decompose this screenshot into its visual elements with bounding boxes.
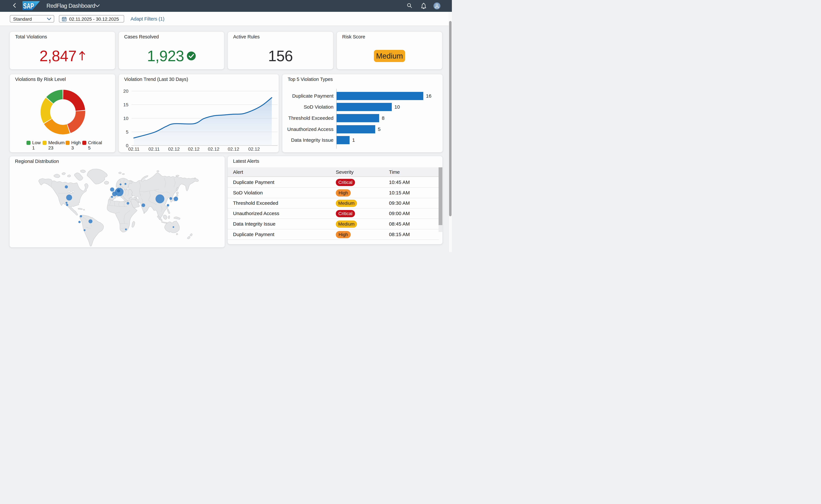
svg-text:SoD Violation: SoD Violation	[304, 104, 334, 110]
svg-text:Medium: Medium	[48, 140, 65, 145]
svg-text:SAP: SAP	[23, 1, 34, 10]
svg-text:0: 0	[126, 143, 128, 148]
svg-text:02.12: 02.12	[208, 147, 220, 152]
svg-text:8: 8	[382, 115, 385, 121]
svg-text:02.12: 02.12	[228, 147, 239, 152]
svg-text:Threshold Exceeded: Threshold Exceeded	[288, 115, 334, 121]
svg-text:23: 23	[48, 145, 53, 150]
svg-text:High: High	[71, 140, 81, 145]
svg-text:02.11: 02.11	[128, 147, 139, 152]
svg-text:02.12: 02.12	[188, 147, 199, 152]
svg-text:02.12: 02.12	[168, 147, 179, 152]
svg-text:20: 20	[123, 89, 128, 94]
svg-text:02.11: 02.11	[148, 147, 159, 152]
svg-text:02.12: 02.12	[248, 147, 260, 152]
svg-text:1: 1	[32, 145, 35, 150]
svg-text:5: 5	[378, 126, 381, 132]
svg-text:Low: Low	[32, 140, 41, 145]
svg-text:3: 3	[71, 145, 74, 150]
svg-text:Data Integrity Issue: Data Integrity Issue	[291, 137, 334, 143]
svg-text:1: 1	[352, 137, 355, 143]
svg-text:Duplicate Payment: Duplicate Payment	[292, 93, 334, 99]
svg-text:Unauthorized Access: Unauthorized Access	[287, 126, 334, 132]
svg-text:15: 15	[123, 102, 128, 107]
svg-text:5: 5	[126, 129, 128, 135]
svg-text:10: 10	[394, 104, 400, 110]
svg-text:Critical: Critical	[88, 140, 102, 145]
svg-text:10: 10	[123, 116, 128, 121]
svg-text:5: 5	[88, 145, 91, 150]
svg-text:16: 16	[426, 93, 431, 99]
